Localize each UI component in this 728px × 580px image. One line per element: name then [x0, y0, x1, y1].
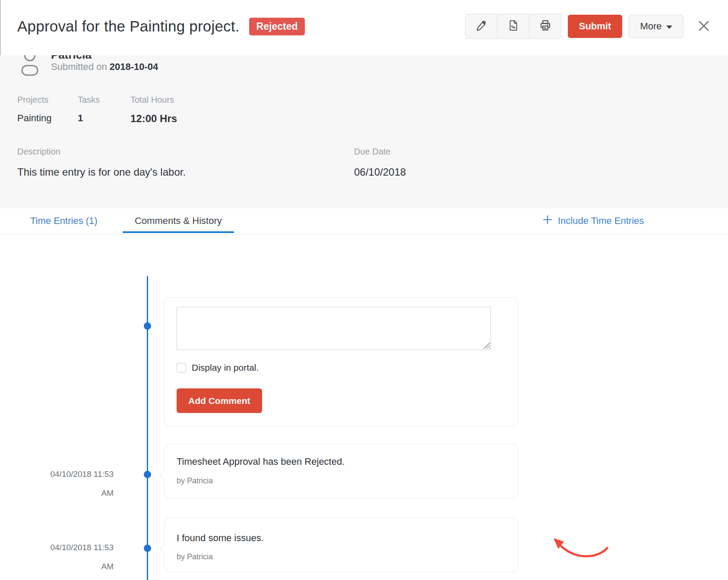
comment-text: Timesheet Approval has been Rejected. [177, 456, 345, 467]
print-button[interactable] [529, 14, 561, 38]
toolbar-icon-group [465, 14, 561, 39]
timeline-timestamp: 04/10/2018 11:53 AM [36, 543, 114, 571]
timeline-dot [144, 322, 151, 330]
display-in-portal-label[interactable]: Display in portal. [192, 362, 259, 373]
timestamp-date: 04/10/2018 11:53 [36, 543, 114, 552]
submitted-on-line: Submitted on 2018-10-04 [51, 61, 158, 72]
approval-detail-panel: Approval for the Painting project. Rejec… [0, 0, 728, 580]
comment-card: Timesheet Approval has been Rejected. by… [164, 444, 518, 498]
due-date-block: Due Date 06/10/2018 [354, 147, 406, 178]
bubble-notch [159, 543, 169, 554]
plus-icon [542, 214, 553, 227]
page-title: Approval for the Painting project. [17, 18, 240, 35]
total-hours-value: 12:00 Hrs [130, 113, 269, 125]
projects-value: Painting [17, 113, 78, 125]
printer-icon [539, 19, 551, 33]
comment-card: I found some issues. by Patricia [164, 518, 518, 572]
submit-button[interactable]: Submit [568, 15, 622, 38]
tab-comments-history[interactable]: Comments & History [123, 208, 234, 233]
export-pdf-button[interactable] [497, 14, 529, 38]
submitted-date: 2018-10-04 [110, 61, 158, 72]
more-button[interactable]: More [629, 15, 684, 38]
summary-section: Patricia Submitted on 2018-10-04 Project… [0, 55, 728, 208]
include-time-entries-label: Include Time Entries [558, 215, 644, 227]
tasks-value: 1 [78, 113, 130, 125]
submitter-name: Patricia [51, 55, 92, 62]
submitted-on-label: Submitted on [51, 61, 107, 72]
comment-author: by Patricia [177, 476, 213, 485]
timestamp-date: 04/10/2018 11:53 [36, 470, 114, 479]
status-badge: Rejected [249, 18, 305, 35]
description-label: Description [17, 147, 186, 157]
due-date-value: 06/10/2018 [354, 166, 406, 178]
add-comment-button[interactable]: Add Comment [177, 388, 262, 413]
pencil-icon [476, 20, 487, 33]
bubble-notch [159, 470, 169, 480]
avatar [19, 55, 40, 78]
stats-grid: Projects Tasks Total Hours Painting 1 12… [17, 95, 269, 125]
panel-left-edge [0, 0, 1, 55]
add-comment-card: Display in portal. Add Comment [164, 297, 518, 426]
tab-bar: Time Entries (1) Comments & History Incl… [0, 208, 728, 235]
timeline-dot [144, 471, 151, 478]
comment-author: by Patricia [177, 552, 213, 561]
projects-label: Projects [17, 95, 78, 105]
comment-input[interactable] [177, 307, 491, 350]
include-time-entries-link[interactable]: Include Time Entries [542, 214, 644, 227]
timeline-line [147, 276, 148, 580]
comment-text: I found some issues. [177, 533, 264, 544]
close-icon [697, 28, 711, 34]
display-in-portal-checkbox[interactable] [177, 363, 186, 372]
pdf-file-icon [508, 20, 519, 33]
more-button-label: More [640, 21, 662, 32]
timestamp-meridiem: AM [36, 562, 114, 571]
tab-time-entries[interactable]: Time Entries (1) [30, 215, 98, 227]
header: Approval for the Painting project. Rejec… [0, 0, 728, 55]
timeline-dot [144, 545, 151, 552]
edit-button[interactable] [465, 14, 497, 38]
due-date-label: Due Date [354, 147, 406, 157]
description-block: Description This time entry is for one d… [17, 147, 186, 178]
description-value: This time entry is for one day's labor. [17, 166, 186, 178]
close-button[interactable] [695, 17, 712, 36]
tasks-label: Tasks [78, 95, 130, 105]
red-arrow-annotation [552, 537, 609, 561]
total-hours-label: Total Hours [130, 95, 269, 105]
chevron-down-icon [666, 25, 672, 29]
timeline-timestamp: 04/10/2018 11:53 AM [36, 470, 114, 498]
timestamp-meridiem: AM [36, 489, 114, 498]
